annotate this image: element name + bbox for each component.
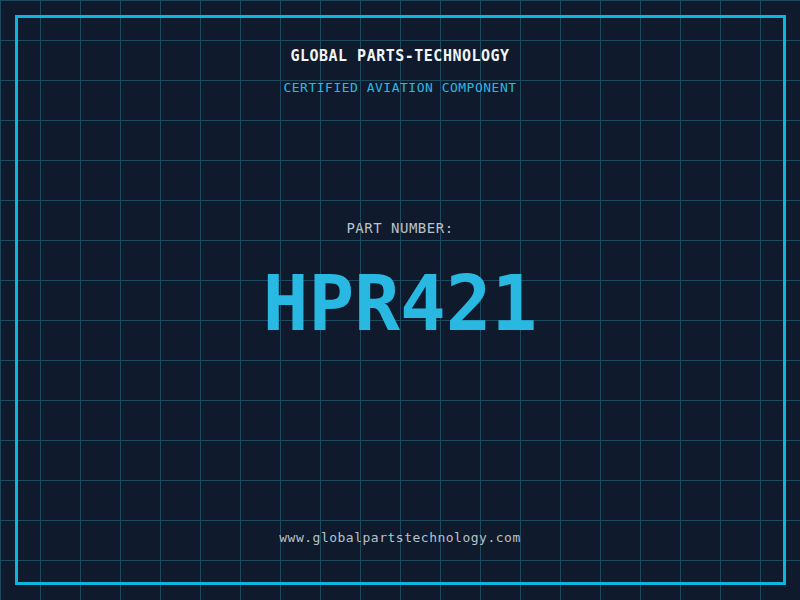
website-url: www.globalpartstechnology.com [0,530,800,545]
certification-subtitle: CERTIFIED AVIATION COMPONENT [0,80,800,95]
part-number-value: HPR421 [0,266,800,342]
brand-title: GLOBAL PARTS-TECHNOLOGY [0,48,800,64]
part-number-label: PART NUMBER: [0,221,800,236]
